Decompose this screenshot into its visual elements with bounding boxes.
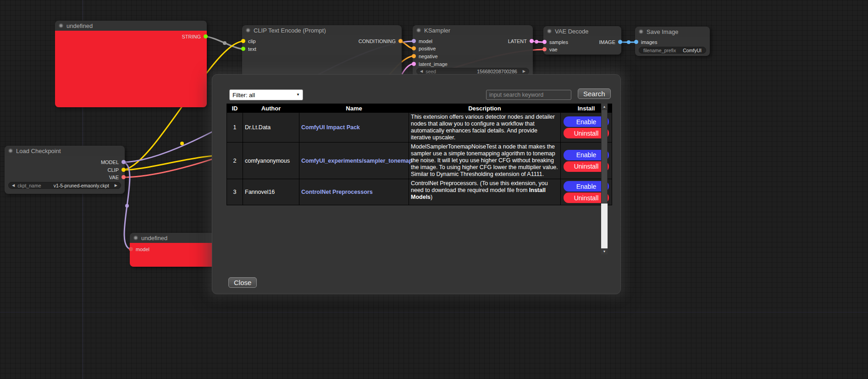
- input-label: text: [248, 46, 256, 52]
- node-header[interactable]: Load Checkpoint: [5, 146, 125, 156]
- table-row: 3Fannovel16ControlNet PreprocessorsContr…: [227, 179, 612, 205]
- node-title: VAE Decode: [555, 28, 588, 35]
- col-header-description: Description: [409, 104, 561, 113]
- node-title: undefined: [141, 235, 167, 242]
- collapse-dot-icon[interactable]: [547, 29, 552, 33]
- collapse-dot-icon[interactable]: [416, 28, 421, 33]
- link-dot: [180, 142, 184, 145]
- cell-id: 2: [227, 143, 243, 179]
- cell-description: ControlNet Preprocessors. (To use this e…: [409, 179, 561, 205]
- search-button[interactable]: Search: [578, 88, 611, 99]
- extensions-table-body: 1Dr.Lt.DataComfyUI Impact PackThis exten…: [227, 113, 612, 205]
- input-pin-positive[interactable]: [412, 46, 416, 50]
- cell-author: comfyanonymous: [243, 143, 299, 179]
- output-label: VAE: [109, 175, 119, 180]
- cell-name: ComfyUI_experiments/sampler_tonemap: [299, 143, 409, 179]
- node-ksampler[interactable]: KSampler model positive negative latent_…: [413, 25, 533, 76]
- input-pin-vae[interactable]: [542, 47, 547, 51]
- input-label: latent_image: [419, 61, 448, 67]
- input-pin-text[interactable]: [241, 47, 245, 51]
- input-label: positive: [419, 46, 436, 51]
- filename-prefix-widget[interactable]: filename_prefix ComfyUI: [639, 47, 706, 54]
- node-header[interactable]: Save Image: [635, 27, 710, 37]
- widget-label: seed: [426, 69, 436, 74]
- link-dot: [223, 41, 227, 45]
- next-value-icon[interactable]: ▶: [115, 184, 117, 187]
- input-pin-images[interactable]: [634, 40, 638, 44]
- widget-value: 156680208700286: [436, 69, 517, 74]
- scroll-down-icon[interactable]: ▼: [601, 248, 608, 254]
- output-pin-vae[interactable]: [122, 175, 126, 179]
- collapse-dot-icon[interactable]: [133, 236, 138, 240]
- scroll-up-icon[interactable]: ▲: [601, 104, 608, 110]
- node-header[interactable]: undefined: [55, 21, 207, 31]
- link-string-to-text: [205, 37, 243, 49]
- node-header[interactable]: CLIP Text Encode (Prompt): [242, 25, 402, 35]
- widget-value: ComfyUI: [676, 48, 702, 53]
- node-clip-text-encode[interactable]: CLIP Text Encode (Prompt) clip text COND…: [242, 25, 402, 76]
- cell-name: ControlNet Preprocessors: [299, 179, 409, 205]
- node-load-checkpoint[interactable]: Load Checkpoint MODEL CLIP VAE ◀ ckpt_na…: [5, 146, 125, 194]
- link-dot: [627, 40, 630, 44]
- canvas-axis-horizontal: [0, 312, 868, 313]
- node-undefined-top[interactable]: undefined STRING: [55, 21, 207, 107]
- custom-nodes-manager-dialog: Filter: all ▼ Search ID Author Name Desc…: [212, 74, 621, 294]
- scrollbar-track[interactable]: [601, 110, 608, 248]
- output-pin-string[interactable]: [204, 34, 208, 38]
- widget-label: filename_prefix: [643, 48, 676, 53]
- previous-value-icon[interactable]: ◀: [12, 184, 15, 187]
- input-pin-negative[interactable]: [412, 54, 416, 58]
- output-pin-conditioning[interactable]: [398, 39, 403, 43]
- scrollbar-thumb[interactable]: [601, 110, 608, 203]
- node-vae-decode[interactable]: VAE Decode samples vae IMAGE: [543, 26, 621, 55]
- input-label: vae: [549, 47, 558, 52]
- output-pin-clip[interactable]: [122, 168, 126, 172]
- ckpt-name-widget[interactable]: ◀ ckpt_name v1-5-pruned-emaonly.ckpt ▶: [8, 182, 121, 189]
- node-header[interactable]: VAE Decode: [543, 26, 621, 36]
- node-header[interactable]: KSampler: [413, 25, 533, 35]
- col-header-id: ID: [227, 104, 243, 113]
- input-pin-latent-image[interactable]: [412, 62, 416, 66]
- table-scrollbar[interactable]: ▲ ▼: [601, 104, 608, 254]
- extension-name-link[interactable]: ComfyUI Impact Pack: [301, 124, 360, 131]
- output-label: MODEL: [101, 159, 119, 165]
- output-pin-model[interactable]: [122, 160, 126, 164]
- node-title: Load Checkpoint: [16, 148, 61, 154]
- table-header-row: ID Author Name Description Install: [227, 104, 612, 113]
- output-label: CONDITIONING: [359, 38, 396, 44]
- node-save-image[interactable]: Save Image images filename_prefix ComfyU…: [635, 27, 710, 56]
- collapse-dot-icon[interactable]: [639, 29, 643, 34]
- cell-name: ComfyUI Impact Pack: [299, 113, 409, 143]
- link-dot: [535, 40, 538, 44]
- widget-value: v1-5-pruned-emaonly.ckpt: [41, 183, 109, 188]
- cell-id: 3: [227, 179, 243, 205]
- cell-author: Dr.Lt.Data: [243, 113, 299, 143]
- output-pin-latent[interactable]: [530, 39, 534, 43]
- input-pin-model[interactable]: [129, 247, 133, 251]
- input-label: images: [641, 39, 657, 45]
- table-row: 2comfyanonymousComfyUI_experiments/sampl…: [227, 143, 612, 179]
- node-title: Save Image: [647, 28, 678, 35]
- close-button[interactable]: Close: [228, 277, 257, 288]
- input-label: model: [136, 247, 149, 252]
- search-input[interactable]: [486, 90, 571, 100]
- input-label: negative: [419, 54, 438, 59]
- collapse-dot-icon[interactable]: [59, 23, 63, 28]
- increment-icon[interactable]: ▶: [523, 70, 525, 73]
- extension-name-link[interactable]: ComfyUI_experiments/sampler_tonemap: [301, 158, 412, 164]
- cell-description: ModelSamplerTonemapNoiseTest a node that…: [409, 143, 561, 179]
- collapse-dot-icon[interactable]: [8, 148, 13, 153]
- cell-id: 1: [227, 113, 243, 143]
- collapse-dot-icon[interactable]: [246, 28, 250, 33]
- node-title: undefined: [66, 22, 93, 29]
- output-label: CLIP: [108, 167, 119, 173]
- seed-widget[interactable]: ◀ seed 156680208700286 ▶: [416, 68, 529, 75]
- node-title: CLIP Text Encode (Prompt): [254, 27, 326, 34]
- output-pin-image[interactable]: [618, 40, 622, 44]
- extension-name-link[interactable]: ControlNet Preprocessors: [301, 189, 373, 195]
- filter-select[interactable]: Filter: all: [229, 89, 303, 100]
- decrement-icon[interactable]: ◀: [420, 70, 423, 73]
- node-graph-canvas[interactable]: undefined STRING CLIP Text Encode (Promp…: [0, 0, 868, 379]
- output-label: IMAGE: [599, 39, 615, 45]
- output-label: LATENT: [508, 38, 527, 44]
